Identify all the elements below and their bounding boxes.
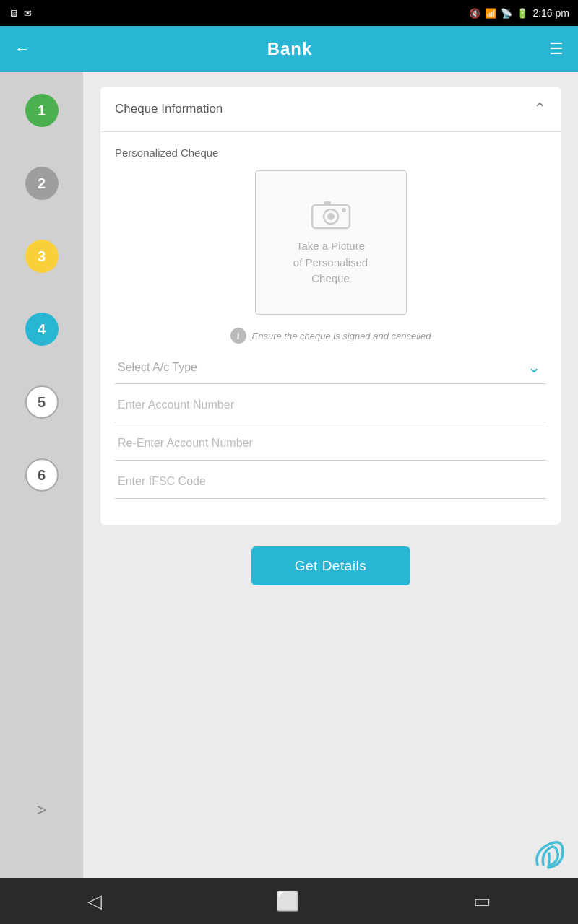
content-area: Cheque Information ⌃ Personalized Cheque… (83, 72, 578, 878)
re-enter-account-number-input[interactable] (115, 427, 546, 461)
cheque-info-card-header[interactable]: Cheque Information ⌃ (100, 87, 561, 132)
recent-nav-icon: ▭ (473, 890, 491, 912)
clock: 2:16 pm (532, 7, 569, 19)
sidebar: 1 2 3 4 5 6 > (0, 72, 83, 878)
svg-point-4 (342, 208, 346, 212)
ifsc-code-input[interactable] (115, 465, 546, 499)
signal-icon: 📡 (501, 8, 512, 19)
account-type-wrapper: Select A/c Type Savings Current Others ⌄ (115, 351, 546, 384)
wifi-icon: 📶 (485, 8, 496, 19)
notification-icon: 🖥 (9, 8, 18, 19)
email-icon: ✉ (24, 8, 32, 19)
info-icon: i (230, 328, 246, 344)
cheque-info-card: Cheque Information ⌃ Personalized Cheque… (100, 87, 561, 525)
personalized-cheque-label: Personalized Cheque (115, 147, 546, 159)
brand-watermark (530, 837, 566, 875)
mute-icon: 🔇 (469, 8, 480, 19)
bottom-nav-bar: ◁ ⬜ ▭ (0, 878, 578, 924)
bottom-back-button[interactable]: ◁ (87, 890, 102, 912)
step-3-circle[interactable]: 3 (25, 240, 59, 273)
cheque-info-title: Cheque Information (115, 102, 223, 116)
bottom-home-button[interactable]: ⬜ (276, 890, 299, 912)
account-number-input[interactable] (115, 388, 546, 422)
home-nav-icon: ⬜ (276, 890, 299, 912)
status-bar-left: 🖥 ✉ (9, 8, 32, 19)
info-note: i Ensure the cheque is signed and cancel… (115, 328, 546, 344)
step-4-circle[interactable]: 4 (25, 313, 59, 346)
camera-icon (311, 198, 351, 230)
bottom-recent-button[interactable]: ▭ (473, 890, 491, 912)
camera-upload-button[interactable]: Take a Pictureof PersonalisedCheque (255, 170, 407, 315)
main-layout: 1 2 3 4 5 6 > Cheque Information ⌃ Perso… (0, 72, 578, 878)
status-bar-right: 🔇 📶 📡 🔋 2:16 pm (469, 7, 569, 19)
step-6-circle[interactable]: 6 (25, 458, 59, 492)
battery-icon: 🔋 (517, 8, 528, 19)
status-bar: 🖥 ✉ 🔇 📶 📡 🔋 2:16 pm (0, 0, 578, 26)
camera-upload-text: Take a Pictureof PersonalisedCheque (293, 238, 368, 287)
step-5-circle[interactable]: 5 (25, 385, 59, 419)
back-button[interactable]: ← (14, 40, 30, 58)
account-type-select[interactable]: Select A/c Type Savings Current Others (115, 351, 546, 384)
nav-bar: ← Bank ☰ (0, 26, 578, 72)
svg-point-2 (327, 213, 335, 220)
bank-form: Select A/c Type Savings Current Others ⌄ (115, 351, 546, 503)
next-arrow-button[interactable]: > (36, 800, 46, 820)
page-title: Bank (267, 39, 313, 59)
step-2-circle[interactable]: 2 (25, 167, 59, 200)
back-nav-icon: ◁ (87, 890, 102, 912)
step-1-circle[interactable]: 1 (25, 94, 59, 127)
menu-button[interactable]: ☰ (549, 40, 564, 58)
svg-rect-3 (324, 201, 331, 206)
chevron-up-icon: ⌃ (533, 100, 546, 118)
info-note-text: Ensure the cheque is signed and cancelle… (252, 331, 431, 341)
get-details-button[interactable]: Get Details (251, 546, 410, 585)
cheque-info-card-body: Personalized Cheque Take a Pictureof Per… (100, 132, 561, 525)
